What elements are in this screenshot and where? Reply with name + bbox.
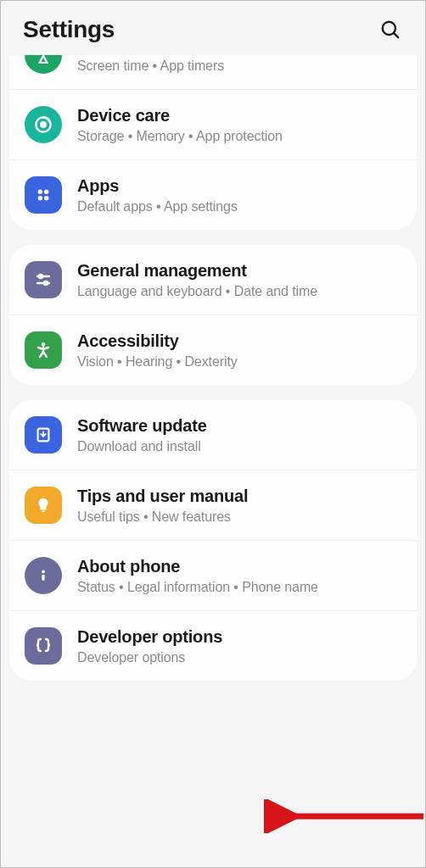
settings-group: Software update Download and install Tip… [9, 400, 417, 681]
item-subtitle: Language and keyboard • Date and time [77, 284, 401, 299]
svg-point-15 [42, 570, 45, 574]
settings-item-controls[interactable]: controls Screen time • App timers [9, 55, 417, 90]
accessibility-icon [25, 331, 62, 369]
item-text: Developer options Developer options [77, 626, 401, 665]
settings-item-about-phone[interactable]: About phone Status • Legal information •… [9, 541, 417, 611]
item-subtitle: Vision • Hearing • Dexterity [77, 354, 401, 370]
item-text: Apps Default apps • App settings [77, 175, 401, 214]
settings-item-developer-options[interactable]: Developer options Developer options [9, 611, 417, 681]
item-text: Tips and user manual Useful tips • New f… [77, 486, 401, 525]
page-title: Settings [23, 16, 115, 43]
item-text: General management Language and keyboard… [77, 260, 401, 299]
svg-point-7 [44, 196, 48, 201]
item-text: Accessibility Vision • Hearing • Dexteri… [77, 331, 401, 370]
settings-item-apps[interactable]: Apps Default apps • App settings [9, 160, 417, 230]
settings-group: controls Screen time • App timers Device… [9, 55, 417, 230]
item-subtitle: Default apps • App settings [77, 199, 401, 214]
item-title: Software update [77, 415, 401, 437]
item-title: About phone [77, 556, 401, 577]
item-title: General management [77, 260, 401, 281]
item-title: Device care [77, 105, 401, 126]
item-subtitle: Screen time • App timers [77, 58, 401, 74]
settings-item-software-update[interactable]: Software update Download and install [9, 400, 417, 470]
item-title: Tips and user manual [77, 486, 401, 507]
item-subtitle: Storage • Memory • App protection [77, 129, 401, 144]
search-button[interactable] [378, 17, 403, 42]
svg-point-9 [39, 275, 42, 278]
item-title: Accessibility [77, 331, 401, 352]
settings-scroll[interactable]: controls Screen time • App timers Device… [1, 55, 425, 867]
settings-item-accessibility[interactable]: Accessibility Vision • Hearing • Dexteri… [9, 315, 417, 385]
settings-item-device-care[interactable]: Device care Storage • Memory • App prote… [9, 90, 417, 160]
settings-group: General management Language and keyboard… [9, 245, 417, 385]
item-text: About phone Status • Legal information •… [77, 556, 401, 595]
settings-item-tips[interactable]: Tips and user manual Useful tips • New f… [9, 470, 417, 541]
bulb-icon [25, 487, 62, 524]
svg-point-5 [44, 190, 48, 195]
item-subtitle: Download and install [77, 439, 401, 454]
svg-point-4 [38, 190, 43, 195]
svg-point-6 [38, 196, 43, 201]
info-icon [25, 557, 62, 594]
svg-rect-16 [42, 575, 44, 581]
hourglass-icon [25, 55, 62, 74]
item-text: controls Screen time • App timers [77, 56, 401, 74]
svg-point-11 [44, 281, 48, 285]
item-title: Developer options [77, 626, 401, 648]
item-subtitle: Developer options [77, 650, 401, 665]
svg-rect-14 [42, 510, 45, 512]
settings-header: Settings [1, 1, 425, 55]
search-icon [379, 19, 401, 41]
sliders-icon [25, 261, 62, 298]
item-text: Device care Storage • Memory • App prote… [77, 105, 401, 144]
apps-icon [25, 176, 62, 214]
item-subtitle: Useful tips • New features [77, 509, 401, 525]
download-icon [25, 416, 62, 453]
item-text: Software update Download and install [77, 415, 401, 454]
svg-line-1 [394, 33, 398, 37]
item-title: Apps [77, 175, 401, 197]
settings-item-general-management[interactable]: General management Language and keyboard… [9, 245, 417, 315]
device-care-icon [25, 106, 62, 143]
braces-icon [25, 627, 62, 665]
item-subtitle: Status • Legal information • Phone name [77, 580, 401, 595]
svg-point-12 [42, 342, 45, 346]
svg-point-3 [41, 122, 45, 126]
